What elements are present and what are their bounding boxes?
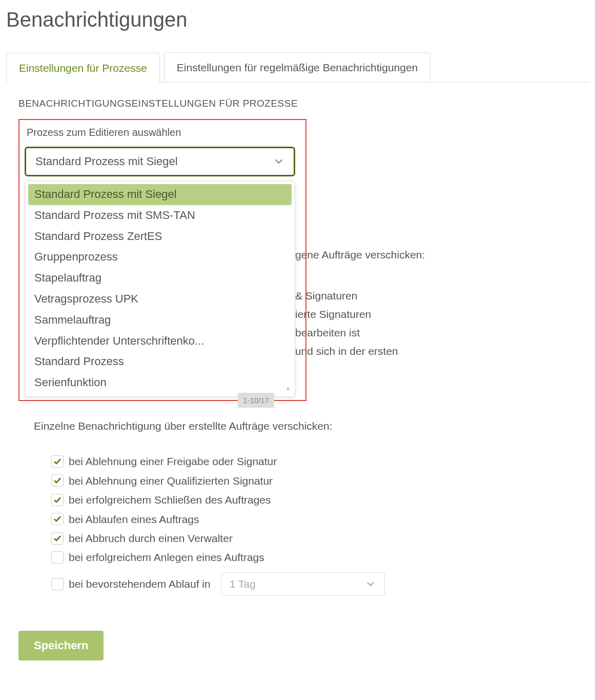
process-select-label: Prozess zum Editieren auswählen bbox=[24, 125, 301, 139]
chevron-down-icon bbox=[365, 578, 376, 590]
obscured-text: gene Aufträge verschicken: bbox=[295, 247, 425, 262]
checkbox-label: bei Ablaufen eines Auftrags bbox=[69, 512, 199, 527]
checkbox-label: bei Ablehnung einer Freigabe oder Signat… bbox=[69, 454, 277, 469]
checkbox-label: bei Abbruch durch einen Verwalter bbox=[69, 531, 233, 546]
expiry-days-select[interactable]: 1 Tag bbox=[221, 572, 385, 596]
process-option[interactable]: Stapelauftrag bbox=[28, 268, 292, 289]
caret-down-icon: ▾ bbox=[286, 385, 290, 393]
obscured-text: und sich in der ersten bbox=[295, 344, 398, 358]
process-option[interactable]: Standard Prozess mit SMS-TAN bbox=[28, 205, 292, 226]
expiry-days-value: 1 Tag bbox=[230, 576, 256, 591]
dropdown-pagination: 1-10/17 bbox=[238, 393, 274, 408]
process-option[interactable]: Standard Prozess ZertES bbox=[28, 226, 292, 247]
checkbox-upcoming-expiry[interactable] bbox=[51, 578, 64, 590]
chevron-down-icon bbox=[273, 156, 284, 167]
save-button[interactable]: Speichern bbox=[18, 631, 104, 661]
checkbox-reject-approval[interactable] bbox=[51, 455, 64, 468]
page-title: Benachrichtigungen bbox=[6, 5, 589, 34]
process-option[interactable]: Standard Prozess mit Siegel bbox=[28, 184, 292, 205]
section-title: BENACHRICHTIGUNGSEINSTELLUNGEN FÜR PROZE… bbox=[18, 97, 577, 111]
tab-process-settings[interactable]: Einstellungen für Prozesse bbox=[6, 53, 160, 83]
tab-periodic-settings[interactable]: Einstellungen für regelmäßige Benachrich… bbox=[164, 52, 430, 82]
created-heading: Einzelne Benachrichtigung über erstellte… bbox=[34, 418, 577, 433]
checkbox-reject-qualified[interactable] bbox=[51, 474, 64, 487]
checkbox-label: bei erfolgreichem Schließen des Auftrage… bbox=[69, 492, 271, 507]
process-select[interactable]: Standard Prozess mit Siegel bbox=[25, 147, 295, 176]
checkbox-close-success[interactable] bbox=[51, 494, 64, 506]
process-select-value: Standard Prozess mit Siegel bbox=[35, 154, 178, 170]
process-option[interactable]: Vetragsprozess UPK bbox=[28, 289, 292, 310]
checkbox-label: bei bevorstehendem Ablauf in bbox=[69, 576, 211, 591]
obscured-text: ierte Signaturen bbox=[295, 307, 371, 322]
process-option[interactable]: Sammelauftrag bbox=[28, 310, 292, 331]
checkbox-label: bei Ablehnung einer Qualifizierten Signa… bbox=[69, 473, 273, 488]
checkbox-create-success[interactable] bbox=[51, 551, 64, 564]
process-select-dropdown: Standard Prozess mit Siegel Standard Pro… bbox=[25, 181, 295, 397]
process-option[interactable]: Standard Prozess bbox=[28, 351, 292, 372]
process-option[interactable]: Verpflichtender Unterschriftenko... bbox=[28, 331, 292, 352]
tabs: Einstellungen für Prozesse Einstellungen… bbox=[6, 52, 589, 83]
checkbox-label: bei erfolgreichem Anlegen eines Auftrags bbox=[69, 550, 264, 565]
checkbox-expire[interactable] bbox=[51, 513, 64, 525]
process-option[interactable]: Gruppenprozess bbox=[28, 247, 292, 268]
process-option[interactable]: Serienfunktion bbox=[28, 372, 292, 393]
highlight-annotation: Prozess zum Editieren auswählen Standard… bbox=[18, 119, 306, 401]
checkbox-admin-cancel[interactable] bbox=[51, 532, 64, 545]
